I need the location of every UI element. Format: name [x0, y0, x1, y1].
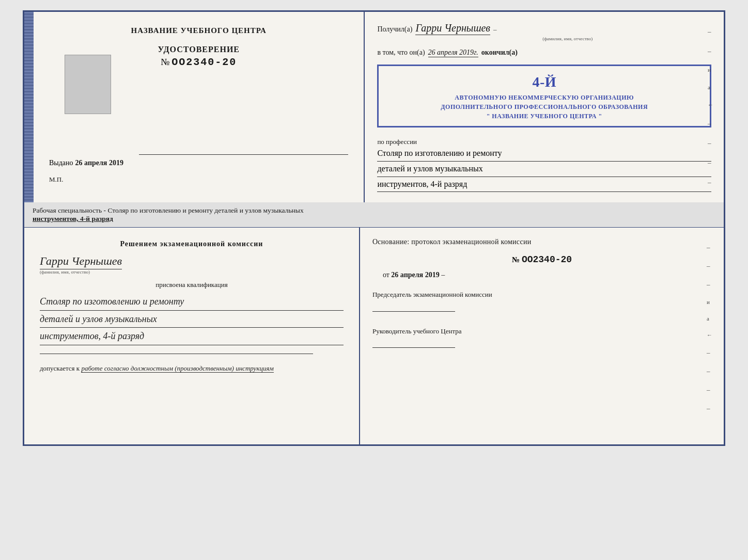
top-right-panel: Получил(а) Гарри Чернышев – (фамилия, им…: [365, 12, 724, 202]
bd-letter-a: а: [707, 315, 712, 322]
recipient-prefix: Получил(а): [377, 24, 412, 35]
qual-line2: деталей и узлов музыкальных: [40, 311, 344, 328]
from-dash: –: [441, 271, 445, 279]
letter-i: и: [708, 67, 713, 73]
from-prefix: от: [383, 271, 389, 279]
dash-4: –: [708, 139, 713, 147]
profession-line1: Столяр по изготовлению и ремонту: [377, 146, 711, 162]
cert-number-prefix: №: [161, 57, 169, 68]
from-date: 26 апреля 2019: [391, 271, 439, 279]
profession-label: по профессии: [377, 138, 711, 146]
qualification-block-bottom: Столяр по изготовлению и ремонту деталей…: [40, 293, 344, 345]
decision-text: Решением экзаменационной комиссии: [40, 240, 344, 248]
in-that-prefix: в том, что он(а): [377, 49, 425, 57]
profession-line3: инструментов, 4-й разряд: [377, 177, 711, 193]
dash-5: –: [708, 158, 713, 167]
profession-line2: деталей и узлов музыкальных: [377, 162, 711, 177]
basis-text: Основание: протокол экзаменационной коми…: [372, 238, 711, 246]
right-dashes-bottom: – – – и а ← – – – –: [707, 243, 712, 412]
chairman-signature-line: [372, 311, 455, 312]
stamp-line2: ДОПОЛНИТЕЛЬНОГО ПРОФЕССИОНАЛЬНОГО ОБРАЗО…: [386, 102, 703, 111]
right-dashes-top: – – и а ← – – – –: [708, 27, 713, 186]
protocol-prefix: №: [512, 255, 520, 264]
top-left-panel: НАЗВАНИЕ УЧЕБНОГО ЦЕНТРА УДОСТОВЕРЕНИЕ №…: [34, 12, 365, 202]
chairman-title: Председатель экзаменационной комиссии: [372, 290, 711, 300]
bd-dash-3: –: [707, 280, 712, 289]
dash-2: –: [708, 47, 713, 55]
photo-placeholder: [65, 55, 111, 114]
arrow-left: ←: [708, 102, 713, 108]
protocol-number: OO2340-20: [522, 254, 572, 265]
bd-dash-5: –: [707, 367, 712, 375]
bd-dash-4: –: [707, 348, 712, 357]
separator-underlined-text: инструментов, 4-й разряд: [33, 215, 113, 222]
letter-a: а: [708, 84, 713, 90]
bottom-certificate: Решением экзаменационной комиссии Гарри …: [23, 227, 725, 446]
completed-label: окончил(а): [481, 49, 518, 57]
spine-decoration-top: [24, 12, 34, 202]
issued-date: 26 апреля 2019: [75, 159, 123, 167]
head-title: Руководитель учебного Центра: [372, 326, 711, 337]
top-certificate: НАЗВАНИЕ УЧЕБНОГО ЦЕНТРА УДОСТОВЕРЕНИЕ №…: [23, 10, 725, 202]
issued-prefix: Выдано: [49, 159, 73, 167]
bd-letter-i: и: [707, 299, 712, 305]
stamp-line3: " НАЗВАНИЕ УЧЕБНОГО ЦЕНТРА ": [386, 111, 703, 121]
stamp-number: 4-й: [386, 71, 703, 93]
head-signature-line: [372, 347, 455, 348]
profession-block: Столяр по изготовлению и ремонту деталей…: [377, 146, 711, 192]
stamp-block: 4-й АВТОНОМНУЮ НЕКОММЕРЧЕСКУЮ ОРГАНИЗАЦИ…: [377, 65, 711, 127]
recipient-subtitle-top: (фамилия, имя, отчество): [424, 36, 711, 41]
name-block-bottom: Гарри Чернышев (фамилия, имя, отчество): [40, 254, 344, 275]
bottom-right-panel: Основание: протокол экзаменационной коми…: [360, 228, 724, 444]
stamp-line1: АВТОНОМНУЮ НЕКОММЕРЧЕСКУЮ ОРГАНИЗАЦИЮ: [386, 93, 703, 102]
qual-line1: Столяр по изготовлению и ремонту: [40, 293, 344, 310]
admitted-block: допускается к работе согласно должностны…: [40, 364, 344, 373]
certificate-block: УДОСТОВЕРЕНИЕ № OO2340-20: [158, 45, 240, 68]
bd-dash-7: –: [707, 404, 712, 412]
admitted-prefix: допускается к: [40, 364, 80, 372]
name-subtitle-bottom: (фамилия, имя, отчество): [40, 269, 90, 275]
admitted-text: работе согласно должностным (производств…: [81, 364, 273, 373]
dash-1: –: [708, 27, 713, 36]
from-date-block: от 26 апреля 2019 –: [383, 271, 711, 279]
completion-date-top: 26 апреля 2019г.: [428, 49, 478, 57]
school-title-top: НАЗВАНИЕ УЧЕБНОГО ЦЕНТРА: [131, 26, 267, 35]
cert-label: УДОСТОВЕРЕНИЕ: [158, 45, 240, 54]
dash-3: –: [708, 119, 713, 127]
recipient-name-bottom: Гарри Чернышев: [40, 254, 122, 269]
cert-number: OO2340-20: [172, 56, 237, 68]
mp-label: М.П.: [49, 175, 63, 184]
assigned-text: присвоена квалификация: [40, 281, 344, 289]
recipient-name-top: Гарри Чернышев: [415, 22, 490, 35]
bottom-left-panel: Решением экзаменационной комиссии Гарри …: [24, 228, 360, 444]
qual-line3: инструментов, 4-й разряд: [40, 328, 344, 345]
bd-arrow: ←: [707, 332, 712, 338]
bd-dash-1: –: [707, 243, 712, 251]
separator-bar: Рабочая специальность - Столяр по изгото…: [23, 202, 725, 227]
bd-dash-6: –: [707, 386, 712, 394]
dash-6: –: [708, 178, 713, 186]
document-wrapper: НАЗВАНИЕ УЧЕБНОГО ЦЕНТРА УДОСТОВЕРЕНИЕ №…: [23, 10, 725, 446]
bd-dash-2: –: [707, 262, 712, 270]
separator-plain-text: Рабочая специальность - Столяр по изгото…: [33, 206, 304, 214]
